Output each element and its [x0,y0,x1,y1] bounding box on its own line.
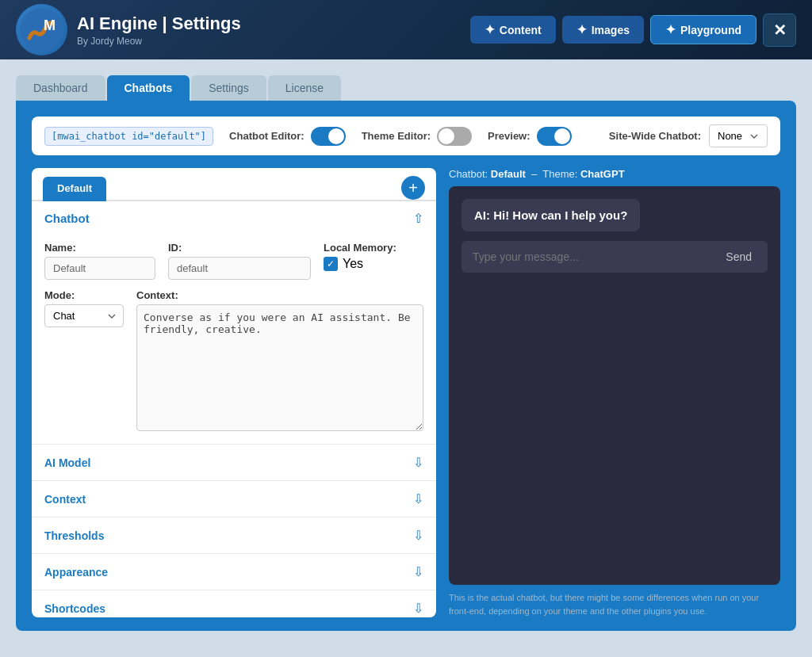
local-memory-yes-label: Yes [343,257,363,271]
tab-bar: Dashboard Chatbots Settings License [16,75,796,101]
context-label: Context: [136,289,423,301]
name-id-memory-row: Name: ID: Local Memory: ✓ [44,242,423,280]
toggle-knob-2 [439,128,454,144]
tab-dashboard[interactable]: Dashboard [16,75,105,101]
id-group: ID: [168,242,311,280]
name-label: Name: [44,242,155,254]
name-input[interactable] [44,257,155,280]
preview-toggle[interactable] [537,127,572,146]
star-icon-3: ✦ [665,22,676,37]
app-logo: M [16,4,67,55]
chatbot-tab-header: Default + [32,168,436,201]
playground-nav-button[interactable]: ✦ Playground [650,15,756,44]
svg-point-0 [20,8,63,51]
shortcode-badge[interactable]: [mwai_chatbot id="default"] [44,127,213,146]
site-wide-group: Site-Wide Chatbot: None [609,124,768,147]
context-group: Context: Converse as if you were an AI a… [136,289,423,431]
site-wide-label: Site-Wide Chatbot: [609,130,701,142]
chat-preview: AI: Hi! How can I help you? Send [449,186,780,585]
theme-editor-toggle[interactable] [437,127,472,146]
tab-license[interactable]: License [268,75,341,101]
theme-editor-toggle-group: Theme Editor: [362,127,472,146]
app-subtitle: By Jordy Meow [77,36,241,47]
theme-editor-label: Theme Editor: [362,130,431,142]
ai-greeting: AI: Hi! How can I help you? [462,199,640,231]
add-chatbot-button[interactable]: + [401,176,425,200]
images-nav-button[interactable]: ✦ Images [562,16,644,44]
site-wide-select[interactable]: None [709,124,768,147]
ai-model-section[interactable]: AI Model ⇩ [32,445,436,481]
chatbot-section-content: Name: ID: Local Memory: ✓ [32,235,436,444]
tab-settings[interactable]: Settings [191,75,266,101]
chatbot-accordion-header[interactable]: Chatbot ⇧ [32,201,436,235]
toolbar-row: [mwai_chatbot id="default"] Chatbot Edit… [32,117,780,155]
two-col-layout: Default + Chatbot ⇧ Name [32,168,780,617]
thresholds-title: Thresholds [44,529,104,542]
chevron-up-icon: ⇧ [413,211,423,226]
content-nav-button[interactable]: ✦ Content [470,16,556,44]
appearance-section[interactable]: Appareance ⇩ [32,554,436,590]
chat-input-row: Send [462,241,768,273]
context-section[interactable]: Context ⇩ [32,481,436,518]
content-area: Dashboard Chatbots Settings License [mwa… [0,59,812,657]
mode-label: Mode: [44,289,124,301]
svg-text:M: M [44,17,56,33]
toggle-knob-3 [554,128,570,144]
toggle-knob [328,128,344,144]
tab-chatbots[interactable]: Chatbots [107,75,190,101]
mode-group: Mode: Chat [44,289,124,327]
title-area: AI Engine | Settings By Jordy Meow [77,13,241,47]
send-button[interactable]: Send [710,243,768,271]
close-icon: ✕ [773,21,787,40]
context-title: Context [44,493,86,506]
chevron-down-icon-3: ⇩ [413,528,423,543]
mode-select[interactable]: Chat [44,304,124,327]
chatbot-editor-toggle[interactable] [311,127,346,146]
chatbot-editor-label: Chatbot Editor: [229,130,304,142]
chat-footer-note: This is the actual chatbot, but there mi… [449,591,780,617]
chatbot-editor-toggle-group: Chatbot Editor: [229,127,346,146]
ai-model-title: AI Model [44,456,90,469]
plus-icon: + [408,180,418,196]
local-memory-label: Local Memory: [324,242,396,254]
theme-name: ChatGPT [580,168,625,180]
app-title: AI Engine | Settings [77,13,241,34]
local-memory-group: Local Memory: ✓ Yes [324,242,396,271]
chatbot-preview-label: Chatbot: Default – Theme: ChatGPT [449,168,780,180]
shortcodes-title: Shortcodes [44,602,105,615]
chatbot-section: Chatbot ⇧ Name: ID: [32,201,436,445]
local-memory-checkbox-row: ✓ Yes [324,257,396,271]
right-column: Chatbot: Default – Theme: ChatGPT AI: Hi… [449,168,780,617]
star-icon: ✦ [485,22,495,37]
shortcodes-section[interactable]: Shortcodes ⇩ [32,590,436,617]
close-button[interactable]: ✕ [763,13,796,47]
id-input[interactable] [168,257,311,280]
preview-toggle-group: Preview: [488,127,571,146]
chatbot-name: Default [491,168,526,180]
thresholds-section[interactable]: Thresholds ⇩ [32,518,436,554]
id-label: ID: [168,242,311,254]
preview-label: Preview: [488,130,530,142]
context-textarea[interactable]: Converse as if you were an AI assistant.… [136,304,423,431]
header: M AI Engine | Settings By Jordy Meow ✦ C… [0,0,812,59]
chat-message-input[interactable] [462,241,710,273]
chevron-down-icon-5: ⇩ [413,601,423,616]
main-panel: [mwai_chatbot id="default"] Chatbot Edit… [16,101,796,631]
chatbot-section-title: Chatbot [44,212,90,225]
name-group: Name: [44,242,155,280]
star-icon-2: ✦ [576,22,587,37]
local-memory-checkbox[interactable]: ✓ [324,257,338,271]
left-column: Default + Chatbot ⇧ Name [32,168,436,617]
mode-context-row: Mode: Chat Context: Converse as if you w… [44,289,423,431]
header-nav: ✦ Content ✦ Images ✦ Playground ✕ [470,13,796,47]
chevron-down-icon-1: ⇩ [413,455,423,470]
chevron-down-icon-2: ⇩ [413,491,423,506]
chevron-down-icon-4: ⇩ [413,564,423,579]
default-tab[interactable]: Default [43,177,106,201]
logo-area: M AI Engine | Settings By Jordy Meow [16,4,458,55]
appearance-title: Appareance [44,566,108,579]
